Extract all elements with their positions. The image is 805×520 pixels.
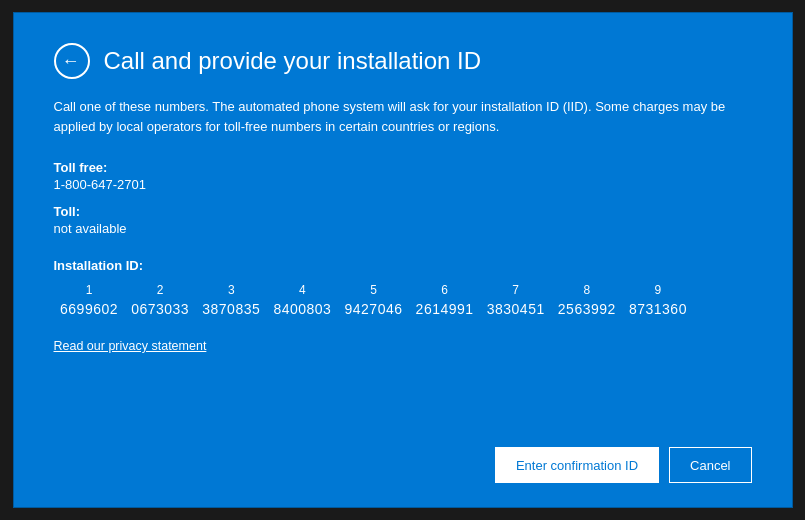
toll-value: not available xyxy=(54,221,752,236)
id-segment: 8731360 xyxy=(622,299,693,319)
page-title: Call and provide your installation ID xyxy=(104,47,482,75)
toll-free-value: 1-800-647-2701 xyxy=(54,177,752,192)
id-column-number: 2 xyxy=(125,281,196,299)
id-column-number: 9 xyxy=(622,281,693,299)
id-segment: 6699602 xyxy=(54,299,125,319)
header: ← Call and provide your installation ID xyxy=(54,43,752,79)
enter-confirmation-button[interactable]: Enter confirmation ID xyxy=(495,447,659,483)
toll-section: Toll: not available xyxy=(54,204,752,236)
toll-free-label: Toll free: xyxy=(54,160,752,175)
id-column-number: 7 xyxy=(480,281,551,299)
id-number-row: 123456789 xyxy=(54,281,694,299)
toll-free-section: Toll free: 1-800-647-2701 xyxy=(54,160,752,192)
id-column-number: 6 xyxy=(409,281,480,299)
id-column-number: 3 xyxy=(196,281,267,299)
back-arrow-icon: ← xyxy=(62,52,80,70)
content-area: Toll free: 1-800-647-2701 Toll: not avai… xyxy=(54,160,752,431)
id-column-number: 8 xyxy=(551,281,622,299)
id-segment: 2563992 xyxy=(551,299,622,319)
id-segment: 0673033 xyxy=(125,299,196,319)
footer: Enter confirmation ID Cancel xyxy=(54,431,752,483)
id-column-number: 1 xyxy=(54,281,125,299)
cancel-button[interactable]: Cancel xyxy=(669,447,751,483)
id-segment-row: 6699602067303338708358400803942704626149… xyxy=(54,299,694,319)
id-column-number: 4 xyxy=(267,281,338,299)
id-column-number: 5 xyxy=(338,281,409,299)
id-segment: 3830451 xyxy=(480,299,551,319)
installation-id-section: Installation ID: 123456789 6699602067303… xyxy=(54,258,752,319)
id-segment: 8400803 xyxy=(267,299,338,319)
id-segment: 3870835 xyxy=(196,299,267,319)
toll-label: Toll: xyxy=(54,204,752,219)
back-button[interactable]: ← xyxy=(54,43,90,79)
description-text: Call one of these numbers. The automated… xyxy=(54,97,734,136)
privacy-link[interactable]: Read our privacy statement xyxy=(54,339,752,353)
id-segment: 2614991 xyxy=(409,299,480,319)
installation-id-label: Installation ID: xyxy=(54,258,752,273)
id-segment: 9427046 xyxy=(338,299,409,319)
main-window: ← Call and provide your installation ID … xyxy=(13,12,793,508)
